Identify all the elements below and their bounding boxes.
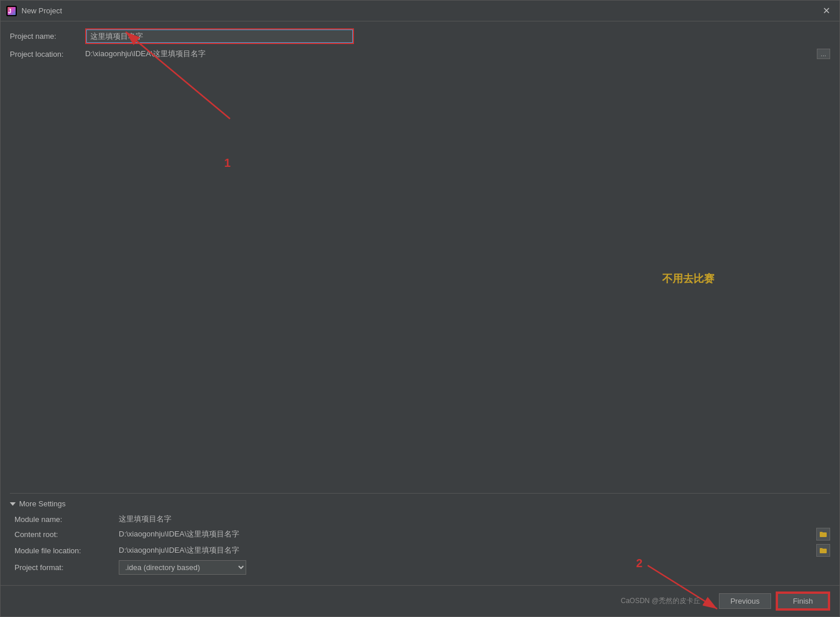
project-name-row: Project name: (10, 28, 830, 44)
module-file-location-label: Module file location: (14, 546, 119, 555)
new-project-dialog: J New Project ✕ Project name: Project lo… (0, 0, 840, 617)
module-file-location-value: D:\xiaogonhju\IDEA\这里填项目名字 (119, 545, 814, 556)
folder-icon (819, 530, 827, 538)
svg-rect-5 (820, 532, 827, 537)
more-settings-fields: Module name: 这里填项目名字 Content root: D:\xi… (10, 514, 830, 575)
title-bar: J New Project ✕ (1, 1, 839, 21)
bottom-bar: 2 CaOSDN @禿然的皮卡丘 Previous Finish (1, 585, 839, 616)
idea-icon: J (6, 6, 17, 16)
svg-text:J: J (8, 8, 12, 14)
project-name-label: Project name: (10, 32, 85, 41)
project-name-input[interactable] (86, 30, 353, 43)
project-name-wrapper (85, 28, 354, 44)
module-name-row: Module name: 这里填项目名字 (14, 514, 830, 524)
svg-rect-7 (820, 549, 827, 553)
svg-rect-8 (820, 548, 823, 549)
content-root-label: Content root: (14, 530, 119, 539)
project-format-label: Project format: (14, 563, 119, 572)
content-root-row: Content root: D:\xiaogonhju\IDEA\这里填项目名字 (14, 528, 830, 541)
center-annotation-text: 不用去比赛 (662, 272, 714, 286)
finish-button[interactable]: Finish (777, 593, 829, 609)
watermark-text: CaOSDN @禿然的皮卡丘 (620, 596, 700, 606)
svg-rect-6 (820, 532, 823, 533)
project-location-label: Project location: (10, 50, 85, 59)
content-root-browse-button[interactable] (816, 528, 830, 541)
content-area: Project name: Project location: D:\xiaog… (1, 21, 839, 585)
module-file-browse-button[interactable] (816, 544, 830, 557)
project-location-row: Project location: D:\xiaogonhju\IDEA\这里填… (10, 49, 830, 59)
project-format-select[interactable]: .idea (directory based) (119, 560, 246, 575)
dialog-title: New Project (21, 6, 62, 15)
module-name-label: Module name: (14, 515, 119, 524)
more-settings-label: More Settings (19, 499, 65, 508)
more-settings-header[interactable]: More Settings (10, 499, 830, 508)
folder-icon-2 (819, 546, 827, 554)
project-location-browse-button[interactable]: ... (817, 49, 830, 59)
close-button[interactable]: ✕ (819, 4, 834, 17)
more-settings-section: More Settings Module name: 这里填项目名字 Conte… (10, 493, 830, 578)
title-bar-left: J New Project (6, 6, 62, 16)
module-file-location-row: Module file location: D:\xiaogonhju\IDEA… (14, 544, 830, 557)
project-location-value: D:\xiaogonhju\IDEA\这里填项目名字 (85, 49, 815, 59)
collapse-triangle-icon (10, 502, 16, 506)
annotation-number-1: 1 (224, 156, 231, 170)
center-area: 1 不用去比赛 (10, 64, 830, 493)
project-format-row: Project format: .idea (directory based) (14, 560, 830, 575)
svg-line-4 (126, 32, 230, 119)
module-name-value: 这里填项目名字 (119, 514, 830, 524)
content-root-value: D:\xiaogonhju\IDEA\这里填项目名字 (119, 529, 814, 539)
finish-button-wrapper: Finish (776, 592, 830, 611)
previous-button[interactable]: Previous (719, 593, 771, 609)
